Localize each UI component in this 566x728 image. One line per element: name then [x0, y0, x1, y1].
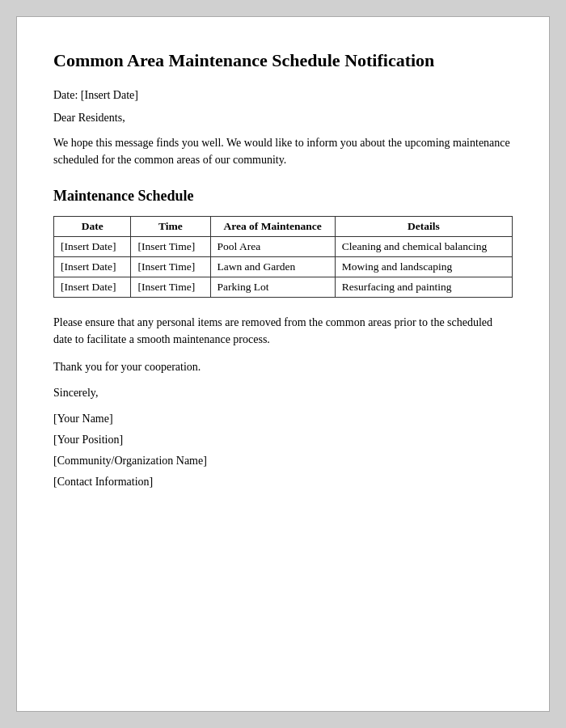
signature-position: [Your Position] [53, 434, 513, 447]
notice-text: Please ensure that any personal items ar… [53, 314, 513, 348]
intro-text: We hope this message finds you well. We … [53, 134, 513, 168]
table-cell-area: Lawn and Garden [210, 256, 335, 277]
table-row: [Insert Date][Insert Time]Pool AreaClean… [54, 236, 513, 256]
table-cell-area: Parking Lot [210, 277, 335, 297]
section-title: Maintenance Schedule [53, 188, 513, 205]
schedule-table: Date Time Area of Maintenance Details [I… [53, 216, 513, 298]
col-header-area: Area of Maintenance [210, 216, 335, 236]
table-row: [Insert Date][Insert Time]Parking LotRes… [54, 277, 513, 297]
table-cell-details: Mowing and landscaping [335, 256, 512, 277]
document-page: Common Area Maintenance Schedule Notific… [16, 16, 550, 712]
table-cell-details: Cleaning and chemical balancing [335, 236, 512, 256]
table-cell-time: [Insert Time] [131, 236, 210, 256]
table-cell-date: [Insert Date] [54, 256, 131, 277]
signature-name: [Your Name] [53, 413, 513, 425]
date-line: Date: [Insert Date] [53, 89, 513, 102]
table-cell-details: Resurfacing and painting [335, 277, 512, 297]
col-header-time: Time [131, 216, 210, 236]
table-header-row: Date Time Area of Maintenance Details [54, 216, 513, 236]
thank-you-text: Thank you for your cooperation. [53, 361, 513, 374]
greeting: Dear Residents, [53, 112, 513, 125]
table-cell-date: [Insert Date] [54, 277, 131, 297]
signature-organization: [Community/Organization Name] [53, 455, 513, 468]
table-cell-time: [Insert Time] [131, 277, 210, 297]
sincerely-text: Sincerely, [53, 387, 513, 400]
table-cell-time: [Insert Time] [131, 256, 210, 277]
col-header-details: Details [335, 216, 512, 236]
document-title: Common Area Maintenance Schedule Notific… [53, 49, 513, 73]
signature-contact: [Contact Information] [53, 476, 513, 489]
table-row: [Insert Date][Insert Time]Lawn and Garde… [54, 256, 513, 277]
table-cell-area: Pool Area [210, 236, 335, 256]
col-header-date: Date [54, 216, 131, 236]
table-cell-date: [Insert Date] [54, 236, 131, 256]
